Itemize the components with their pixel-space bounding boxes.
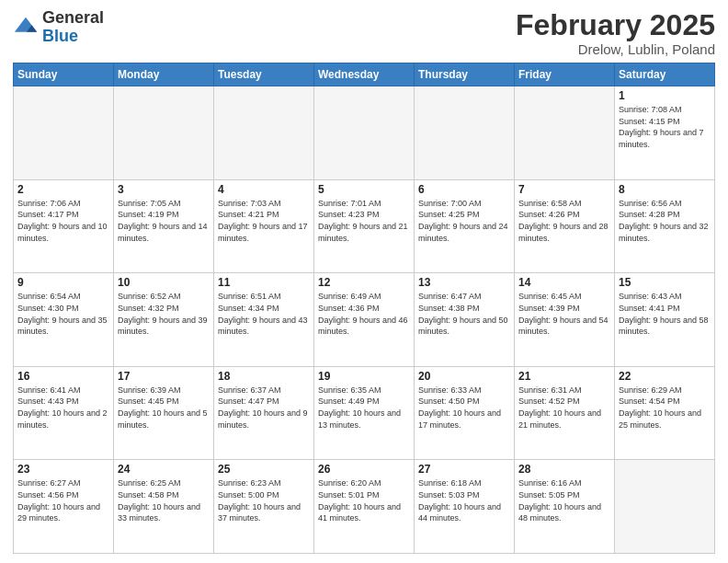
day-number: 28 <box>518 463 610 476</box>
calendar-cell: 9Sunrise: 6:54 AM Sunset: 4:30 PM Daylig… <box>14 273 114 367</box>
day-header-sunday: Sunday <box>14 63 114 86</box>
day-header-thursday: Thursday <box>415 63 515 86</box>
calendar-cell: 17Sunrise: 6:39 AM Sunset: 4:45 PM Dayli… <box>114 366 214 460</box>
day-info: Sunrise: 7:08 AM Sunset: 4:15 PM Dayligh… <box>619 104 711 150</box>
day-number: 10 <box>118 276 210 289</box>
day-header-wednesday: Wednesday <box>314 63 415 86</box>
calendar-cell <box>515 86 615 180</box>
day-number: 9 <box>17 276 109 289</box>
calendar-cell: 16Sunrise: 6:41 AM Sunset: 4:43 PM Dayli… <box>14 366 114 460</box>
day-header-tuesday: Tuesday <box>214 63 314 86</box>
month-year: February 2025 <box>516 9 715 41</box>
calendar-cell: 19Sunrise: 6:35 AM Sunset: 4:49 PM Dayli… <box>314 366 415 460</box>
day-number: 27 <box>418 463 510 476</box>
calendar-cell: 22Sunrise: 6:29 AM Sunset: 4:54 PM Dayli… <box>615 366 715 460</box>
day-info: Sunrise: 7:00 AM Sunset: 4:25 PM Dayligh… <box>418 198 510 244</box>
day-info: Sunrise: 6:39 AM Sunset: 4:45 PM Dayligh… <box>118 385 210 431</box>
day-info: Sunrise: 6:33 AM Sunset: 4:50 PM Dayligh… <box>418 385 510 431</box>
calendar-cell: 4Sunrise: 7:03 AM Sunset: 4:21 PM Daylig… <box>214 179 314 273</box>
page: General Blue February 2025 Drelow, Lubli… <box>0 0 728 563</box>
day-info: Sunrise: 6:16 AM Sunset: 5:05 PM Dayligh… <box>518 477 610 523</box>
day-info: Sunrise: 6:25 AM Sunset: 4:58 PM Dayligh… <box>118 477 210 523</box>
day-info: Sunrise: 6:29 AM Sunset: 4:54 PM Dayligh… <box>619 385 711 431</box>
calendar-cell <box>14 86 114 180</box>
title-block: February 2025 Drelow, Lublin, Poland <box>516 9 715 57</box>
day-info: Sunrise: 6:37 AM Sunset: 4:47 PM Dayligh… <box>218 385 310 431</box>
calendar-cell: 10Sunrise: 6:52 AM Sunset: 4:32 PM Dayli… <box>114 273 214 367</box>
day-info: Sunrise: 7:05 AM Sunset: 4:19 PM Dayligh… <box>118 198 210 244</box>
day-number: 18 <box>218 370 310 383</box>
calendar-table: SundayMondayTuesdayWednesdayThursdayFrid… <box>13 63 715 554</box>
day-number: 8 <box>619 183 711 196</box>
calendar-cell: 11Sunrise: 6:51 AM Sunset: 4:34 PM Dayli… <box>214 273 314 367</box>
day-info: Sunrise: 6:52 AM Sunset: 4:32 PM Dayligh… <box>118 291 210 337</box>
calendar-cell <box>415 86 515 180</box>
day-info: Sunrise: 7:06 AM Sunset: 4:17 PM Dayligh… <box>17 198 109 244</box>
day-number: 20 <box>418 370 510 383</box>
calendar-cell: 8Sunrise: 6:56 AM Sunset: 4:28 PM Daylig… <box>615 179 715 273</box>
calendar-week-2: 9Sunrise: 6:54 AM Sunset: 4:30 PM Daylig… <box>14 273 715 367</box>
calendar-week-3: 16Sunrise: 6:41 AM Sunset: 4:43 PM Dayli… <box>14 366 715 460</box>
day-info: Sunrise: 6:56 AM Sunset: 4:28 PM Dayligh… <box>619 198 711 244</box>
day-number: 11 <box>218 276 310 289</box>
day-number: 21 <box>518 370 610 383</box>
day-number: 24 <box>118 463 210 476</box>
day-header-monday: Monday <box>114 63 214 86</box>
location: Drelow, Lublin, Poland <box>516 41 715 57</box>
calendar-cell <box>114 86 214 180</box>
day-number: 6 <box>418 183 510 196</box>
day-info: Sunrise: 6:49 AM Sunset: 4:36 PM Dayligh… <box>318 291 410 337</box>
calendar-cell: 18Sunrise: 6:37 AM Sunset: 4:47 PM Dayli… <box>214 366 314 460</box>
day-number: 13 <box>418 276 510 289</box>
calendar-cell: 24Sunrise: 6:25 AM Sunset: 4:58 PM Dayli… <box>114 460 214 554</box>
day-info: Sunrise: 7:03 AM Sunset: 4:21 PM Dayligh… <box>218 198 310 244</box>
day-info: Sunrise: 6:45 AM Sunset: 4:39 PM Dayligh… <box>518 291 610 337</box>
calendar-cell: 5Sunrise: 7:01 AM Sunset: 4:23 PM Daylig… <box>314 179 415 273</box>
calendar-cell: 26Sunrise: 6:20 AM Sunset: 5:01 PM Dayli… <box>314 460 415 554</box>
day-number: 26 <box>318 463 410 476</box>
calendar-cell <box>314 86 415 180</box>
day-number: 19 <box>318 370 410 383</box>
calendar-cell: 13Sunrise: 6:47 AM Sunset: 4:38 PM Dayli… <box>415 273 515 367</box>
day-number: 22 <box>619 370 711 383</box>
calendar-cell: 21Sunrise: 6:31 AM Sunset: 4:52 PM Dayli… <box>515 366 615 460</box>
header: General Blue February 2025 Drelow, Lubli… <box>13 9 715 57</box>
day-info: Sunrise: 6:31 AM Sunset: 4:52 PM Dayligh… <box>518 385 610 431</box>
calendar-cell <box>615 460 715 554</box>
day-info: Sunrise: 6:20 AM Sunset: 5:01 PM Dayligh… <box>318 477 410 523</box>
day-info: Sunrise: 6:58 AM Sunset: 4:26 PM Dayligh… <box>518 198 610 244</box>
day-number: 14 <box>518 276 610 289</box>
day-number: 1 <box>619 89 711 102</box>
calendar-week-1: 2Sunrise: 7:06 AM Sunset: 4:17 PM Daylig… <box>14 179 715 273</box>
day-info: Sunrise: 7:01 AM Sunset: 4:23 PM Dayligh… <box>318 198 410 244</box>
day-info: Sunrise: 6:54 AM Sunset: 4:30 PM Dayligh… <box>17 291 109 337</box>
day-info: Sunrise: 6:27 AM Sunset: 4:56 PM Dayligh… <box>17 477 109 523</box>
logo: General Blue <box>13 9 104 46</box>
calendar-cell: 6Sunrise: 7:00 AM Sunset: 4:25 PM Daylig… <box>415 179 515 273</box>
calendar-week-4: 23Sunrise: 6:27 AM Sunset: 4:56 PM Dayli… <box>14 460 715 554</box>
day-info: Sunrise: 6:18 AM Sunset: 5:03 PM Dayligh… <box>418 477 510 523</box>
day-number: 5 <box>318 183 410 196</box>
day-number: 23 <box>17 463 109 476</box>
day-number: 4 <box>218 183 310 196</box>
calendar-cell: 25Sunrise: 6:23 AM Sunset: 5:00 PM Dayli… <box>214 460 314 554</box>
calendar-cell: 28Sunrise: 6:16 AM Sunset: 5:05 PM Dayli… <box>515 460 615 554</box>
logo-icon <box>13 15 39 40</box>
day-info: Sunrise: 6:23 AM Sunset: 5:00 PM Dayligh… <box>218 477 310 523</box>
day-info: Sunrise: 6:41 AM Sunset: 4:43 PM Dayligh… <box>17 385 109 431</box>
calendar-cell: 27Sunrise: 6:18 AM Sunset: 5:03 PM Dayli… <box>415 460 515 554</box>
logo-text: General Blue <box>42 9 104 46</box>
day-number: 3 <box>118 183 210 196</box>
logo-blue: Blue <box>42 27 78 45</box>
calendar-header-row: SundayMondayTuesdayWednesdayThursdayFrid… <box>14 63 715 86</box>
day-number: 17 <box>118 370 210 383</box>
calendar-cell: 20Sunrise: 6:33 AM Sunset: 4:50 PM Dayli… <box>415 366 515 460</box>
calendar-week-0: 1Sunrise: 7:08 AM Sunset: 4:15 PM Daylig… <box>14 86 715 180</box>
day-number: 12 <box>318 276 410 289</box>
day-number: 7 <box>518 183 610 196</box>
day-header-saturday: Saturday <box>615 63 715 86</box>
day-number: 25 <box>218 463 310 476</box>
day-number: 15 <box>619 276 711 289</box>
calendar-cell: 14Sunrise: 6:45 AM Sunset: 4:39 PM Dayli… <box>515 273 615 367</box>
calendar-cell: 1Sunrise: 7:08 AM Sunset: 4:15 PM Daylig… <box>615 86 715 180</box>
